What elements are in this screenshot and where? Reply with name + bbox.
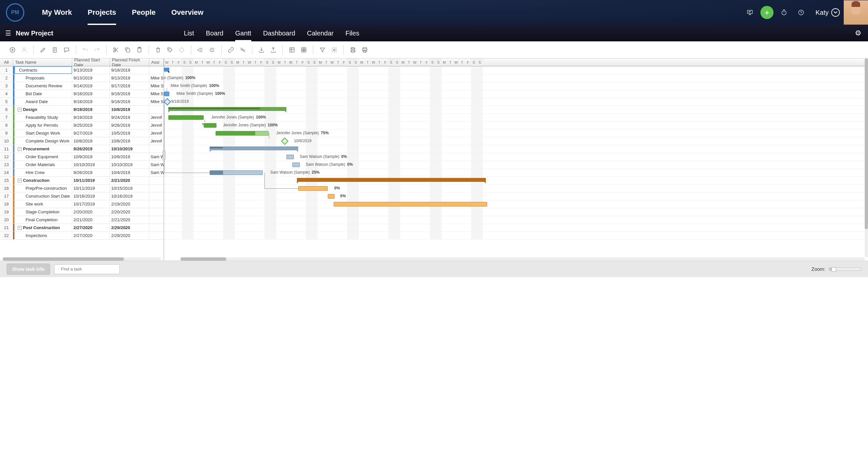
help-icon[interactable] [795,6,808,19]
nav-people[interactable]: People [124,0,163,25]
task-bar[interactable] [210,170,263,175]
finish-cell[interactable]: 10/16/2019 [110,192,149,200]
task-name-cell[interactable]: Bid Date [14,90,72,97]
start-cell[interactable]: 9/13/2019 [72,74,110,82]
tab-board[interactable]: Board [200,25,229,41]
collapse-icon[interactable]: − [18,179,22,182]
cut-icon[interactable] [111,45,120,55]
assign-cell[interactable] [149,145,164,153]
assign-cell[interactable] [149,208,164,216]
start-cell[interactable]: 9/18/2019 [72,90,110,97]
assign-cell[interactable]: Sam W [149,153,164,160]
link-icon[interactable] [226,45,236,55]
assign-cell[interactable] [149,224,164,231]
finish-cell[interactable]: 10/8/2019 [110,137,149,145]
task-name-cell[interactable]: Complete Design Work [14,137,72,145]
task-bar[interactable] [286,155,294,159]
task-name-cell[interactable]: Feasability Study [14,114,72,121]
gantt-row[interactable] [164,232,868,240]
redo-icon[interactable] [93,45,102,55]
gantt-row[interactable] [164,66,868,74]
start-cell[interactable]: 9/25/2019 [72,121,110,129]
assign-cell[interactable] [149,106,164,113]
milestone[interactable] [164,98,171,106]
table-row[interactable]: 6−Design9/19/201910/8/2019 [0,106,164,114]
assign-cell[interactable]: Mike S [149,98,164,106]
finish-cell[interactable]: 9/18/2019 [110,66,149,74]
task-name-cell[interactable]: −Procurement [14,145,72,153]
task-name-cell[interactable]: Construction Start Date [14,192,72,200]
table-row[interactable]: 3Documents Review9/14/20199/17/2019Mike … [0,82,164,90]
filter-icon[interactable] [318,45,327,55]
gantt-vscroll[interactable] [865,58,868,257]
task-name-cell[interactable]: Documents Review [14,82,72,90]
tab-list[interactable]: List [178,25,200,41]
gantt-row[interactable]: 0% [164,192,868,200]
task-name-cell[interactable]: Start Design Work [14,129,72,137]
finish-cell[interactable]: 9/24/2019 [110,114,149,121]
show-info-button[interactable]: Show task info [6,264,50,275]
gantt-row[interactable]: Mike Smith (Sample)100% [164,90,868,98]
columns-icon[interactable] [287,45,297,55]
table-row[interactable]: 20Final Completion2/21/20202/21/2020 [0,216,164,224]
export-icon[interactable] [269,45,278,55]
gantt-row[interactable]: 9/18/2019 [164,98,868,106]
gantt-row[interactable]: Sam Watson (Sample)0% [164,161,868,169]
table-row[interactable]: 22Inspections2/27/20202/29/2020 [0,232,164,240]
grid-scrollbar[interactable] [3,257,161,261]
nav-my-work[interactable]: My Work [34,0,80,25]
start-cell[interactable]: 9/14/2019 [72,82,110,90]
task-bar[interactable] [328,194,335,199]
task-name-cell[interactable]: Stage Completion [14,208,72,216]
start-cell[interactable]: 9/19/2019 [72,106,110,113]
collapse-icon[interactable]: − [18,147,22,151]
collapse-icon[interactable]: − [18,108,22,112]
assign-cell[interactable]: Jennif [149,121,164,129]
start-cell[interactable]: 10/16/2019 [72,192,110,200]
start-cell[interactable]: 9/13/2019 [72,66,110,74]
gantt-row[interactable]: Jennifer Jones (Sample)100% [164,114,868,121]
nav-projects[interactable]: Projects [80,0,124,25]
assign-cell[interactable]: Mike S [149,90,164,97]
assign-cell[interactable]: Sam W [149,169,164,176]
task-name-cell[interactable]: Proposals [14,74,72,82]
assign-cell[interactable]: Jennif [149,129,164,137]
undo-icon[interactable] [81,45,90,55]
finish-cell[interactable]: 2/21/2020 [110,177,149,184]
start-cell[interactable]: 9/26/2019 [72,145,110,153]
table-row[interactable]: 9Start Design Work9/27/201910/5/2019Jenn… [0,129,164,137]
unlink-icon[interactable] [238,45,247,55]
task-name-cell[interactable]: −Construction [14,177,72,184]
finish-cell[interactable]: 10/10/2019 [110,161,149,169]
task-bar[interactable] [334,202,487,206]
start-cell[interactable]: 10/10/2019 [72,161,110,169]
summary-bar[interactable] [168,107,286,111]
start-cell[interactable]: 10/9/2019 [72,153,110,160]
tab-calendar[interactable]: Calendar [301,25,340,41]
assign-cell[interactable] [149,66,164,74]
zoom-slider[interactable] [829,268,862,271]
assign-cell[interactable] [149,177,164,184]
table-row[interactable]: 18Site work10/17/20192/19/2020 [0,200,164,208]
task-name-cell[interactable]: Order Materials [14,161,72,169]
col-finish[interactable]: Planned Finish Date [110,58,149,66]
finish-cell[interactable]: 2/29/2020 [110,224,149,231]
finish-cell[interactable]: 2/19/2020 [110,200,149,208]
assign-cell[interactable] [149,200,164,208]
finish-cell[interactable]: 9/18/2019 [110,90,149,97]
gantt-row[interactable] [164,145,868,153]
task-name-cell[interactable]: Prep/Pre-construction [14,184,72,192]
tab-files[interactable]: Files [340,25,365,41]
task-name-cell[interactable]: Award Date [14,98,72,106]
search-box[interactable] [54,264,120,274]
assign-cell[interactable]: Mike S [149,74,164,82]
task-bar[interactable] [298,186,328,191]
paste-icon[interactable] [135,45,144,55]
finish-cell[interactable]: 10/10/2019 [110,145,149,153]
start-cell[interactable]: 9/18/2019 [72,98,110,106]
table-row[interactable]: 16Prep/Pre-construction10/11/201910/15/2… [0,184,164,192]
table-row[interactable]: 13Order Materials10/10/201910/10/2019Sam… [0,161,164,169]
copy-icon[interactable] [123,45,132,55]
task-bar[interactable] [168,115,204,120]
start-cell[interactable]: 2/27/2020 [72,232,110,239]
